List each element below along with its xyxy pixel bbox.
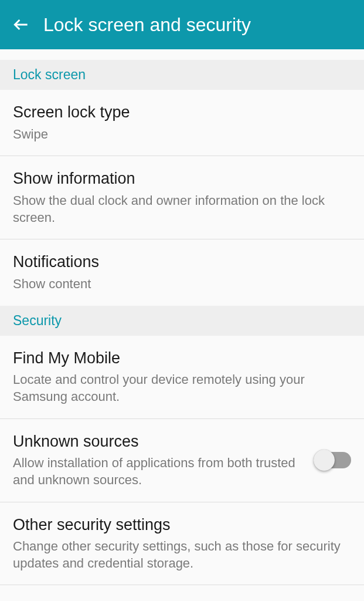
setting-notifications[interactable]: Notifications Show content [0, 239, 364, 305]
app-header: Lock screen and security [0, 0, 364, 49]
setting-subtitle: Swipe [13, 126, 351, 143]
setting-subtitle: Change other security settings, such as … [13, 538, 351, 572]
setting-unknown-sources[interactable]: Unknown sources Allow installation of ap… [0, 419, 364, 502]
setting-title: Show information [13, 169, 351, 189]
toggle-knob [314, 450, 335, 471]
back-arrow-icon[interactable] [12, 15, 30, 34]
page-title: Lock screen and security [43, 14, 251, 36]
section-header-lock-screen: Lock screen [0, 60, 364, 90]
setting-subtitle: Show the dual clock and owner informatio… [13, 193, 351, 226]
setting-show-information[interactable]: Show information Show the dual clock and… [0, 156, 364, 239]
setting-title: Find My Mobile [13, 349, 351, 369]
header-spacer [0, 49, 364, 60]
setting-screen-lock-type[interactable]: Screen lock type Swipe [0, 90, 364, 156]
setting-subtitle: Allow installation of applications from … [13, 455, 308, 488]
unknown-sources-toggle[interactable] [315, 452, 351, 468]
setting-title: Screen lock type [13, 103, 351, 123]
setting-title: Other security settings [13, 515, 351, 535]
setting-find-my-mobile[interactable]: Find My Mobile Locate and control your d… [0, 336, 364, 419]
section-header-security: Security [0, 306, 364, 336]
setting-other-security[interactable]: Other security settings Change other sec… [0, 502, 364, 586]
setting-subtitle: Locate and control your device remotely … [13, 372, 351, 405]
setting-subtitle: Show content [13, 276, 351, 293]
setting-title: Unknown sources [13, 432, 308, 452]
setting-title: Notifications [13, 252, 351, 272]
